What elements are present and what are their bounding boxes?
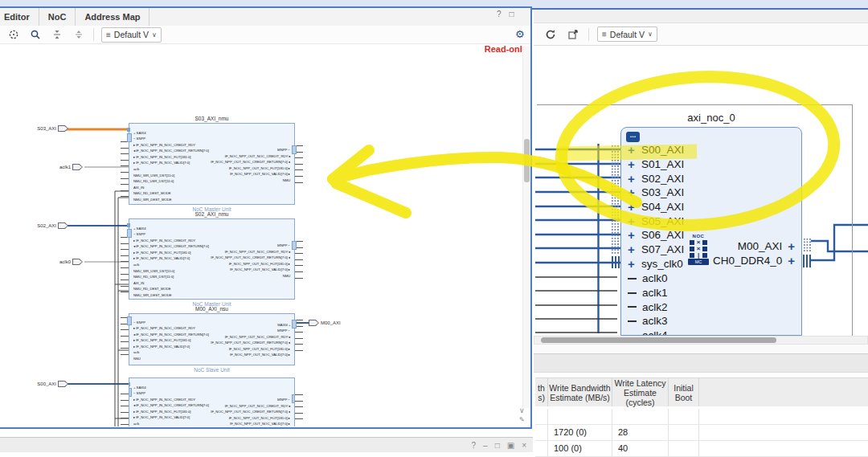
block-title: M00_AXI_nsu <box>129 306 294 312</box>
wbtn-minimize[interactable]: – <box>483 441 488 450</box>
wbtn-help[interactable]: ? <box>472 441 477 450</box>
pin-stubs <box>121 394 129 426</box>
pin-stubs <box>121 237 129 296</box>
port-label: NMU <box>282 274 290 278</box>
external-port-m00-axi[interactable]: M00_AXI <box>309 320 341 326</box>
port-label: NMU_WR_DEST_MODE <box>133 293 172 297</box>
vertical-scrollbar[interactable] <box>522 47 530 408</box>
port-row[interactable]: + SAXI4 <box>133 127 238 133</box>
port-symbol <box>72 259 83 265</box>
port-label: IF_NOC_NPP_OUT_NOC_FLIT[181:0] ▸ <box>229 347 290 351</box>
block-s00-axi-nmu[interactable]: S00_AXI_nmu + SAXI4− SNPP▸ IF_NOC_NPP_IN… <box>129 377 295 426</box>
block-type-label: NoC Slave Unit <box>129 367 294 373</box>
port-row[interactable]: + SAXI4 <box>133 382 238 388</box>
port-symbol <box>72 164 83 170</box>
port-label: S03_AXI <box>23 126 56 131</box>
port-label: NMU <box>282 178 290 182</box>
port-label: NMU_RD_DEST_MODE <box>133 192 171 196</box>
port-label: − SNPP <box>133 320 145 324</box>
right-port-list: MAXI4 +MNPP −IF_NOC_NPP_OUT_NOC_CREDIT_R… <box>149 319 290 356</box>
port-label: MNPP − <box>277 398 290 402</box>
port-symbol <box>309 320 319 326</box>
right-port-list: MNPP −IF_NOC_NPP_OUT_NOC_CREDIT_RDY ▸IF_… <box>149 144 290 181</box>
port-row[interactable]: − SNPP <box>133 387 238 394</box>
pin-stubs <box>295 394 303 423</box>
port-label: aclk1 <box>42 165 71 169</box>
port-label: − SNPP <box>133 137 145 141</box>
port-label: IF_NOC_NPP_OUT_NOC_CREDIT_RETURN[7:0] ◂ <box>211 410 290 414</box>
external-port-aclk1[interactable]: aclk1 <box>42 164 83 170</box>
block-title: S02_AXI_nmu <box>129 211 294 217</box>
wbtn-float[interactable]: ▣ <box>507 441 514 450</box>
port-label: + SAXI4 <box>133 386 145 390</box>
port-label: aclk <box>133 351 139 355</box>
panel-body <box>0 452 533 457</box>
pin-stubs <box>121 141 129 201</box>
port-label: − SNPP <box>133 232 145 236</box>
port-row[interactable]: IF_NOC_NPP_OUT_NOC_CREDIT_RDY ▸ <box>149 246 290 252</box>
block-m00-axi-nsu[interactable]: M00_AXI_nsu − SNPP▸ IF_NOC_NPP_IN_NOC_CR… <box>129 313 295 365</box>
scroll-corner[interactable]: ∨ ✎ <box>519 406 525 424</box>
external-port-aclk0[interactable]: aclk0 <box>42 259 83 265</box>
label: – <box>483 441 488 450</box>
port-label: IF_NOC_NPP_OUT_NOC_CREDIT_RDY ▸ <box>224 335 290 339</box>
port-label: IF_NOC_NPP_OUT_NOC_CREDIT_RETURN[7:0] ◂ <box>211 255 290 259</box>
wbtn-close[interactable]: × <box>522 441 526 450</box>
port-row[interactable]: MNPP − <box>149 144 290 150</box>
scrollbar-thumb[interactable] <box>524 139 530 182</box>
port-label: S00_AXI <box>23 382 56 386</box>
port-row[interactable]: IF_NOC_NPP_OUT_NOC_CREDIT_RDY ▸ <box>149 150 290 157</box>
port-label: M00_AXI <box>321 320 341 325</box>
port-label: NMU_RD_DEST_MODE <box>133 288 171 292</box>
port-label: AXI_IN <box>133 186 144 190</box>
port-label: + SAXI4 <box>133 131 145 135</box>
port-label: IF_NOC_NPP_OUT_NOC_FLIT[181:0] ▸ <box>229 262 290 266</box>
port-label: IF_NOC_NPP_OUT_NOC_CREDIT_RETURN[7:0] ◂ <box>211 160 290 164</box>
external-port-s03-axi[interactable]: S03_AXI <box>23 125 68 132</box>
port-row[interactable]: NMU_RD_DEST_MODE <box>133 283 238 289</box>
port-label: IF_NOC_NPP_OUT_NOC_FLIT[181:0] ▸ <box>229 416 290 420</box>
port-label: NMU_WR_DEST_MODE <box>133 198 172 202</box>
port-row[interactable]: MAXI4 + <box>149 319 290 325</box>
port-label: AXI_IN <box>133 281 144 285</box>
chevron-down-icon[interactable]: ∨ <box>519 406 525 415</box>
port-label: MAXI4 + <box>277 323 290 327</box>
port-row[interactable]: IF_NOC_NPP_OUT_NOC_CREDIT_RDY ▸ <box>149 400 290 406</box>
port-label: NSU <box>133 357 141 361</box>
port-label: aclk <box>133 263 139 267</box>
port-row[interactable]: MNPP − <box>149 324 290 331</box>
port-row[interactable]: NMU_RD_DEST_MODE <box>133 187 238 194</box>
port-label: IF_NOC_NPP_OUT_NOC_VALID[7:0] ▸ <box>230 172 290 176</box>
port-row[interactable]: IF_NOC_NPP_OUT_NOC_CREDIT_RDY ▸ <box>149 331 290 337</box>
wbtn-maximize[interactable]: □ <box>495 441 500 450</box>
panel-controls: ?–□▣× <box>472 441 526 450</box>
port-row[interactable]: − SNPP <box>133 133 238 139</box>
port-label: IF_NOC_NPP_OUT_NOC_CREDIT_RDY ▸ <box>224 154 290 158</box>
port-label: aclk0 <box>42 259 71 264</box>
external-port-s00-axi[interactable]: S00_AXI <box>23 381 68 387</box>
port-label: MNPP − <box>277 148 290 152</box>
label: × <box>522 441 526 450</box>
port-row[interactable]: + SAXI4 <box>133 222 238 229</box>
port-label: aclk <box>133 167 139 171</box>
port-label: IF_NOC_NPP_OUT_NOC_CREDIT_RDY ▸ <box>224 404 290 408</box>
block-s03-axi-nmu[interactable]: S03_AXI_nmu + SAXI4− SNPP▸ IF_NOC_NPP_IN… <box>129 123 295 205</box>
port-symbol <box>58 125 68 132</box>
port-label: IF_NOC_NPP_OUT_NOC_CREDIT_RETURN[7:0] ◂ <box>211 341 290 345</box>
port-label: − SNPP <box>133 391 145 395</box>
port-symbol <box>58 222 68 229</box>
port-row[interactable]: MNPP − <box>149 239 290 246</box>
port-row[interactable]: MNPP − <box>149 394 290 400</box>
block-s02-axi-nmu[interactable]: S02_AXI_nmu + SAXI4− SNPP▸ IF_NOC_NPP_IN… <box>129 218 295 300</box>
external-port-s02-axi[interactable]: S02_AXI <box>23 222 68 229</box>
port-label: IF_NOC_NPP_OUT_NOC_VALID[7:0] ▸ <box>230 267 290 271</box>
port-row[interactable]: − SNPP <box>133 228 238 235</box>
right-port-list: MNPP −IF_NOC_NPP_OUT_NOC_CREDIT_RDY ▸IF_… <box>149 239 290 276</box>
port-label: MNPP − <box>277 328 290 333</box>
port-label: + SAXI4 <box>133 226 145 231</box>
port-symbol <box>58 381 68 387</box>
port-label: MNPP − <box>277 243 290 247</box>
port-label: IF_NOC_NPP_OUT_NOC_FLIT[181:0] ▸ <box>229 166 290 170</box>
edit-pencil-icon: ✎ <box>519 415 525 424</box>
block-title: S03_AXI_nmu <box>129 116 294 121</box>
